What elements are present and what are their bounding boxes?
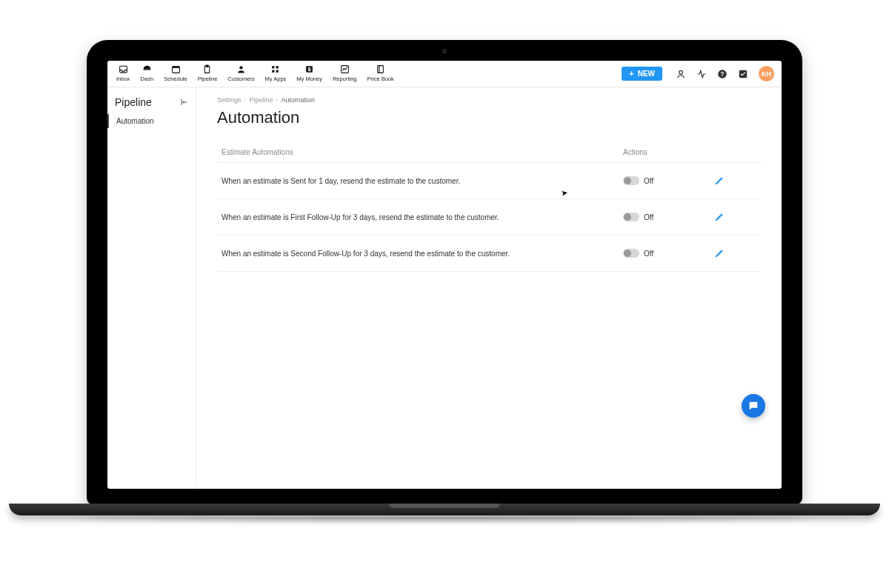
nav-label: Schedule <box>164 76 187 82</box>
svg-rect-3 <box>172 67 179 68</box>
svg-point-6 <box>239 66 242 69</box>
dollar-icon: $ <box>304 64 314 74</box>
automation-toggle: Off <box>623 176 712 185</box>
calendar-icon <box>171 64 181 74</box>
breadcrumb: Settings › Pipeline › Automation <box>217 96 761 104</box>
table-header: Estimate Automations Actions <box>217 148 761 163</box>
nav-label: Dash <box>141 76 154 82</box>
pencil-icon <box>714 176 725 186</box>
chevron-right-icon: › <box>276 96 279 104</box>
edit-button[interactable] <box>712 246 727 261</box>
person-icon <box>236 64 246 74</box>
sidebar-item-label: Automation <box>116 117 154 125</box>
new-button[interactable]: + NEW <box>622 67 662 81</box>
toggle-state-label: Off <box>644 213 653 221</box>
nav-inbox[interactable]: Inbox <box>112 63 134 84</box>
laptop-frame: Inbox Dash Schedule <box>87 40 802 505</box>
laptop-shadow <box>0 517 889 533</box>
clipboard-icon <box>202 64 212 74</box>
table-row: When an estimate is First Follow-Up for … <box>217 199 761 235</box>
toggle-switch[interactable] <box>623 249 639 258</box>
svg-point-15 <box>679 70 683 74</box>
toggle-state-label: Off <box>644 177 653 185</box>
automation-edit-cell <box>712 210 756 224</box>
edit-button[interactable] <box>712 173 727 188</box>
collapse-sidebar-icon[interactable] <box>179 98 188 107</box>
primary-nav: Inbox Dash Schedule <box>112 63 399 84</box>
nav-label: Inbox <box>116 76 130 82</box>
nav-dash[interactable]: Dash <box>136 63 158 84</box>
nav-reporting[interactable]: Reporting <box>328 63 362 84</box>
column-header-actions: Actions <box>623 148 712 156</box>
activity-icon[interactable] <box>696 69 707 79</box>
sidebar-item-automation[interactable]: Automation <box>107 114 196 128</box>
breadcrumb-item[interactable]: Pipeline <box>250 96 273 104</box>
svg-rect-10 <box>276 70 279 73</box>
breadcrumb-current: Automation <box>282 96 316 104</box>
nav-pricebook[interactable]: Price Book <box>362 63 398 84</box>
help-icon[interactable]: ? <box>717 69 727 79</box>
chart-icon <box>340 64 350 74</box>
nav-label: Price Book <box>367 76 393 82</box>
app-screen: Inbox Dash Schedule <box>107 61 782 489</box>
settings-sidebar: Pipeline Automation <box>107 87 196 489</box>
chevron-right-icon: › <box>244 96 247 104</box>
automation-description: When an estimate is Sent for 1 day, rese… <box>222 177 623 185</box>
automation-toggle: Off <box>623 213 712 221</box>
book-icon <box>376 64 385 74</box>
svg-rect-9 <box>273 70 275 73</box>
sidebar-title: Pipeline <box>115 96 152 108</box>
avatar[interactable]: KH <box>759 66 774 81</box>
nav-mymoney[interactable]: $ My Money <box>292 63 327 84</box>
nav-myapps[interactable]: My Apps <box>261 63 291 84</box>
automation-edit-cell <box>712 173 756 188</box>
chat-icon <box>748 400 759 412</box>
svg-rect-14 <box>378 66 384 73</box>
new-button-label: NEW <box>638 70 655 78</box>
svg-text:?: ? <box>721 70 725 77</box>
automations-table: Estimate Automations Actions When an est… <box>217 148 761 272</box>
edit-button[interactable] <box>712 210 727 224</box>
inbox-icon <box>119 64 128 74</box>
top-right-icons: ? KH <box>676 66 774 81</box>
chat-launcher[interactable] <box>742 394 765 418</box>
pencil-icon <box>714 212 725 222</box>
column-header-edit <box>712 148 756 156</box>
nav-customers[interactable]: Customers <box>223 63 259 84</box>
task-check-icon[interactable] <box>738 69 748 79</box>
breadcrumb-item[interactable]: Settings <box>217 96 242 104</box>
laptop-base <box>9 504 880 515</box>
nav-label: My Money <box>296 76 322 82</box>
toggle-switch[interactable] <box>623 176 639 185</box>
table-row: When an estimate is Sent for 1 day, rese… <box>217 163 761 199</box>
plus-icon: + <box>629 70 633 78</box>
app-body: Pipeline Automation Settings › Pipeline … <box>107 87 782 489</box>
nav-label: Reporting <box>333 76 357 82</box>
nav-label: Customers <box>227 76 254 82</box>
user-outline-icon[interactable] <box>676 69 686 79</box>
automation-toggle: Off <box>623 249 712 258</box>
automation-description: When an estimate is First Follow-Up for … <box>222 213 623 221</box>
page-title: Automation <box>217 108 761 127</box>
nav-label: My Apps <box>265 76 287 82</box>
toggle-state-label: Off <box>644 250 653 258</box>
sidebar-header: Pipeline <box>107 96 196 114</box>
svg-rect-1 <box>143 70 150 70</box>
apps-grid-icon <box>270 64 280 74</box>
table-row: When an estimate is Second Follow-Up for… <box>217 235 761 272</box>
column-header-description: Estimate Automations <box>222 148 623 156</box>
nav-schedule[interactable]: Schedule <box>159 63 191 84</box>
nav-pipeline[interactable]: Pipeline <box>193 63 222 84</box>
automation-edit-cell <box>712 246 756 261</box>
dashboard-icon <box>142 64 152 74</box>
svg-rect-8 <box>276 66 279 68</box>
avatar-initials: KH <box>762 70 771 78</box>
laptop-camera <box>442 49 447 53</box>
toggle-switch[interactable] <box>623 213 639 221</box>
nav-label: Pipeline <box>198 76 218 82</box>
top-toolbar: Inbox Dash Schedule <box>107 61 782 87</box>
svg-rect-5 <box>206 65 208 67</box>
main-content: Settings › Pipeline › Automation Automat… <box>196 87 782 489</box>
automation-description: When an estimate is Second Follow-Up for… <box>222 250 623 258</box>
svg-rect-7 <box>273 66 275 68</box>
